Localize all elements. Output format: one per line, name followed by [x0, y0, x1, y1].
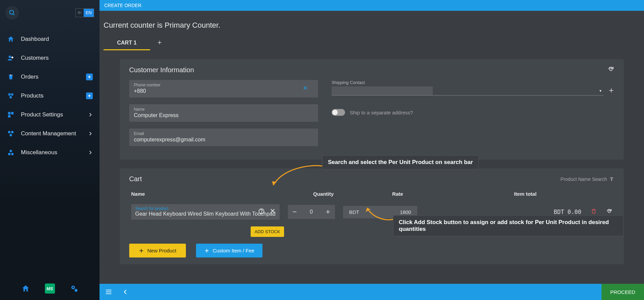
new-product-button[interactable]: New Product: [129, 244, 186, 257]
nav-dashboard[interactable]: Dashboard: [0, 30, 100, 49]
plus-icon: [608, 87, 614, 93]
qty-increase-button[interactable]: +: [326, 208, 330, 216]
lang-en[interactable]: EN: [84, 9, 94, 17]
svg-marker-34: [272, 181, 277, 185]
phone-value: +880: [134, 88, 313, 94]
products-icon: [7, 92, 15, 100]
home-icon: [21, 284, 30, 293]
close-icon: [303, 85, 308, 91]
svg-rect-10: [8, 115, 10, 117]
nav-miscellaneous[interactable]: Miscellaneous: [0, 143, 100, 162]
product-help-button[interactable]: [258, 208, 265, 216]
add-stock-button[interactable]: ADD STOCK: [251, 226, 284, 237]
svg-point-2: [9, 56, 11, 58]
text-format-icon: [609, 176, 614, 182]
svg-point-0: [10, 10, 14, 15]
clear-phone-button[interactable]: [303, 85, 308, 92]
product-clear-button[interactable]: [270, 208, 276, 216]
plus-icon: [204, 248, 209, 253]
refresh-customer-button[interactable]: [608, 66, 614, 74]
add-cart-tab[interactable]: [157, 38, 162, 47]
footer-home-button[interactable]: [20, 283, 31, 294]
nav-product-settings[interactable]: Product Settings: [0, 105, 100, 124]
nav-customers[interactable]: Customers: [0, 49, 100, 67]
plus-icon: [157, 40, 162, 45]
home-icon: [7, 35, 15, 43]
users-icon: [7, 54, 15, 62]
proceed-button[interactable]: PROCEED: [601, 284, 644, 300]
svg-point-13: [9, 134, 12, 136]
orders-icon: [7, 73, 15, 81]
menu-button[interactable]: [105, 288, 112, 296]
chevron-right-icon: [88, 131, 93, 136]
nav-label: Content Management: [21, 130, 76, 137]
ship-separate-label: Ship to a separate address?: [350, 110, 413, 115]
name-value: Computer Express: [134, 112, 313, 118]
hamburger-icon: [105, 288, 112, 296]
sidebar: বাং EN Dashboard Customers Orders +: [0, 0, 100, 300]
name-label: Name: [134, 107, 313, 112]
help-icon: [258, 208, 265, 215]
close-icon: [270, 208, 276, 214]
nav-label: Product Settings: [21, 111, 63, 118]
page-title: CREATE ORDER: [104, 3, 141, 8]
arrow-icon: [364, 206, 395, 223]
col-name: Name: [131, 191, 290, 197]
svg-point-15: [8, 153, 10, 155]
ship-separate-toggle[interactable]: [332, 109, 345, 116]
nav-label: Dashboard: [21, 36, 49, 43]
chevron-right-icon: [88, 112, 93, 117]
email-field[interactable]: Email computerexpress@gmail.com: [129, 129, 318, 146]
name-field[interactable]: Name Computer Express: [129, 104, 318, 122]
svg-point-11: [8, 131, 10, 133]
svg-rect-5: [8, 93, 10, 96]
add-order-icon[interactable]: +: [86, 74, 93, 80]
nav-label: Customers: [21, 55, 49, 61]
nav-products[interactable]: Products +: [0, 86, 100, 105]
svg-point-27: [261, 213, 261, 213]
svg-point-3: [11, 56, 13, 58]
add-shipping-contact-button[interactable]: [608, 87, 614, 96]
search-mode-label: Product Name Search: [561, 176, 607, 182]
shipping-contact-select[interactable]: ▾: [332, 86, 604, 96]
svg-rect-7: [9, 96, 11, 98]
customer-section-title: Customer Information: [129, 66, 194, 74]
product-search-field[interactable]: Search for product Gear Head Keyboard Wi…: [131, 204, 280, 220]
footer-settings-button[interactable]: [69, 283, 80, 294]
back-button[interactable]: [122, 288, 129, 296]
shipping-contact-label: Shipping Contact: [332, 80, 615, 85]
search-mode-toggle[interactable]: Product Name Search: [561, 176, 615, 182]
main-area: CREATE ORDER Current counter is Primary …: [100, 0, 644, 300]
svg-point-14: [9, 150, 12, 152]
lang-bn[interactable]: বাং: [76, 9, 84, 17]
refresh-icon: [608, 66, 614, 73]
misc-icon: [7, 148, 15, 157]
qty-decrease-button[interactable]: −: [292, 208, 297, 216]
delete-row-button[interactable]: [591, 208, 597, 216]
refresh-icon: [606, 208, 612, 214]
qty-value[interactable]: 0: [310, 209, 313, 215]
chevron-down-icon: ▾: [599, 88, 601, 93]
language-switch[interactable]: বাং EN: [75, 8, 94, 17]
arrow-icon: [270, 161, 324, 188]
new-product-label: New Product: [147, 248, 176, 253]
chevron-right-icon: [88, 150, 93, 155]
tab-cart-1[interactable]: CART 1: [104, 36, 150, 50]
cart-tabs: CART 1: [104, 36, 640, 50]
nav-orders[interactable]: Orders +: [0, 67, 100, 86]
refresh-row-button[interactable]: [606, 208, 612, 216]
custom-item-button[interactable]: Custom Item / Fee: [196, 244, 262, 257]
product-search-label: Search for product: [135, 206, 276, 211]
svg-point-16: [11, 153, 13, 155]
callout-add-stock: Click Add Stock button to assign or add …: [393, 215, 624, 236]
item-total-value: BDT 0.00: [554, 209, 581, 215]
footer-ms-button[interactable]: MS: [45, 283, 55, 294]
rate-currency: BDT: [349, 209, 359, 215]
quantity-stepper: − 0 +: [288, 205, 335, 219]
plus-icon: [139, 248, 144, 253]
col-quantity: Quantity: [290, 191, 357, 197]
nav-content-management[interactable]: Content Management: [0, 124, 100, 143]
sidebar-search-button[interactable]: [5, 6, 19, 20]
phone-field[interactable]: Phone number +880: [129, 80, 318, 98]
add-product-icon[interactable]: +: [86, 92, 93, 99]
